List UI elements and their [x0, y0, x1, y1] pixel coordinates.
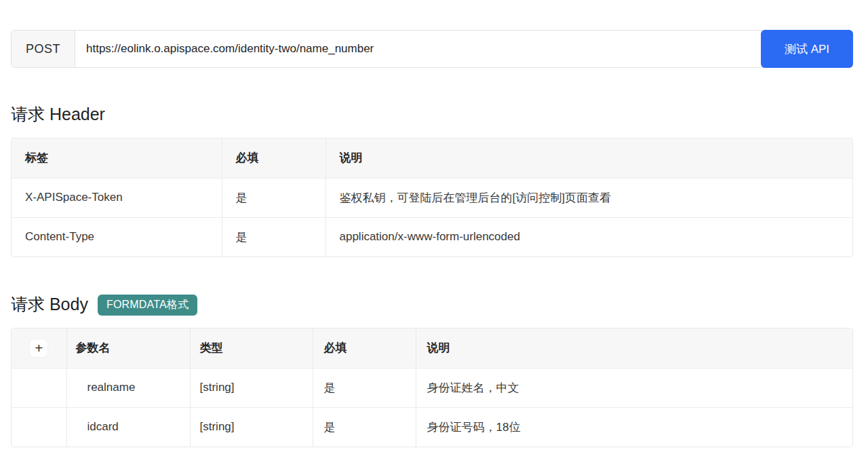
table-row: idcard [string] 是 身份证号码，18位 — [12, 407, 852, 447]
request-header-table: 标签 必填 说明 X-APISpace-Token 是 鉴权私钥，可登陆后在管理… — [11, 138, 853, 257]
header-description-cell: application/x-www-form-urlencoded — [326, 217, 852, 257]
add-param-button[interactable]: + — [29, 339, 48, 358]
column-header-label: 标签 — [12, 138, 222, 178]
formdata-format-badge: FORMDATA格式 — [98, 295, 197, 316]
header-section-title-row: 请求 Header — [11, 102, 853, 126]
param-description-cell: 身份证姓名，中文 — [416, 368, 852, 407]
request-bar: POST https://eolink.o.apispace.com/ident… — [11, 30, 853, 68]
table-row: realname [string] 是 身份证姓名，中文 — [12, 368, 852, 407]
row-select-cell — [12, 407, 66, 447]
column-header-description: 说明 — [416, 329, 852, 368]
http-method-selector[interactable]: POST — [12, 31, 75, 67]
param-description-cell: 身份证号码，18位 — [416, 407, 852, 447]
row-select-cell — [12, 368, 66, 407]
header-name-cell: X-APISpace-Token — [12, 178, 222, 217]
column-header-param-name: 参数名 — [66, 329, 190, 368]
param-name-cell: realname — [66, 368, 190, 407]
table-header-row: + 参数名 类型 必填 说明 — [12, 329, 852, 368]
param-name-cell: idcard — [66, 407, 190, 447]
column-header-description: 说明 — [326, 138, 852, 178]
api-doc-page: POST https://eolink.o.apispace.com/ident… — [0, 0, 868, 469]
header-name-cell: Content-Type — [12, 217, 222, 257]
request-url-text: https://eolink.o.apispace.com/identity-t… — [86, 42, 374, 56]
header-description-cell: 鉴权私钥，可登陆后在管理后台的[访问控制]页面查看 — [326, 178, 852, 217]
body-section-title: 请求 Body — [11, 293, 88, 316]
param-type-cell: [string] — [190, 407, 313, 447]
test-api-button[interactable]: 测试 API — [761, 30, 853, 68]
param-required-cell: 是 — [313, 407, 416, 447]
column-header-type: 类型 — [190, 329, 313, 368]
request-url-input[interactable]: https://eolink.o.apispace.com/identity-t… — [75, 31, 852, 67]
body-section-title-row: 请求 Body FORMDATA格式 — [11, 292, 853, 316]
request-body-table: + 参数名 类型 必填 说明 realname [string] 是 身份证 — [11, 328, 853, 447]
param-type-cell: [string] — [190, 368, 313, 407]
add-param-header-cell: + — [12, 329, 66, 368]
column-header-required: 必填 — [313, 329, 416, 368]
http-method-label: POST — [26, 42, 60, 56]
table-header-row: 标签 必填 说明 — [12, 138, 852, 178]
column-header-required: 必填 — [222, 138, 326, 178]
header-required-cell: 是 — [222, 217, 326, 257]
table-row: Content-Type 是 application/x-www-form-ur… — [12, 217, 852, 257]
header-section-title: 请求 Header — [11, 102, 105, 126]
content-area: POST https://eolink.o.apispace.com/ident… — [11, 30, 853, 447]
table-row: X-APISpace-Token 是 鉴权私钥，可登陆后在管理后台的[访问控制]… — [12, 178, 852, 217]
param-required-cell: 是 — [313, 368, 416, 407]
header-required-cell: 是 — [222, 178, 326, 217]
